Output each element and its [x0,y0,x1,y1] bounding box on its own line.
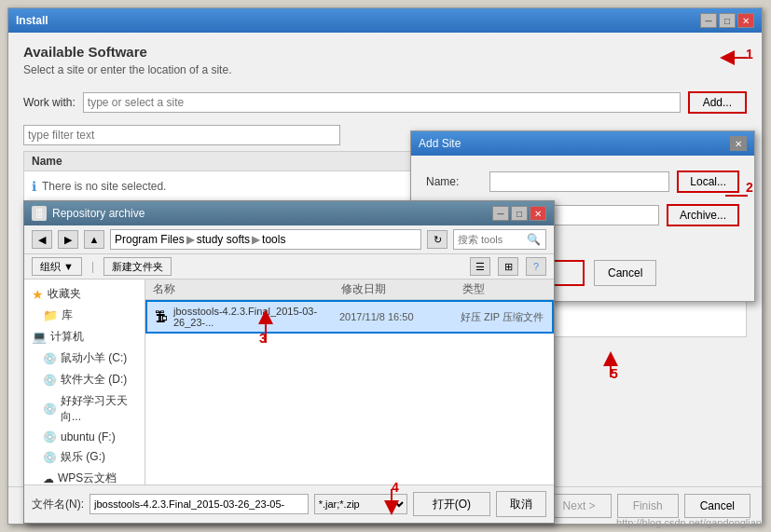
study-drive-icon: 💿 [43,402,57,416]
forward-btn[interactable]: ▶ [58,230,78,249]
up-btn[interactable]: ▲ [84,230,104,249]
sidebar-library[interactable]: 📁 库 [24,305,145,326]
col-type: 类型 [462,281,546,297]
repo-close-btn[interactable]: ✕ [530,206,546,221]
work-with-label: Work with: [23,96,76,109]
repo-sidebar: ★ 收藏夹 📁 库 💻 计算机 💿 鼠动小羊 (C:) 💿 软件大全 (D:) … [24,280,145,484]
repo-actions: 组织 ▼ | 新建文件夹 ☰ ⊞ ? [24,254,554,280]
close-btn[interactable]: ✕ [737,13,754,28]
folder-icon: 📁 [43,308,58,322]
help-btn[interactable]: ? [526,257,546,276]
watermark: http://blog.csdn.net/gandonglian [616,517,762,528]
view-toggle-2[interactable]: ⊞ [498,257,518,276]
sidebar-label-library: 库 [62,307,73,323]
maximize-btn[interactable]: □ [719,13,736,28]
filetype-select[interactable]: *.jar;*.zip [314,494,407,514]
repo-titlebar: 🗄 Repository archive ─ □ ✕ [24,201,554,225]
repo-toolbar: ◀ ▶ ▲ Program Files ▶ study softs ▶ tool… [24,225,554,254]
cancel-footer-button[interactable]: Cancel [684,494,750,518]
finish-button[interactable]: Finish [617,494,679,518]
window-controls: ─ □ ✕ [700,13,754,28]
sep2: ▶ [252,233,260,246]
sidebar-label-favorites: 收藏夹 [48,286,81,302]
local-button[interactable]: Local... [677,171,739,193]
install-title: Install [16,14,48,27]
refresh-area: ↻ [427,230,447,249]
next-button[interactable]: Next > [547,494,612,518]
add-site-title: Add Site [419,137,461,150]
refresh-btn[interactable]: ↻ [427,230,447,249]
g-drive-icon: 💿 [43,451,57,464]
repo-controls: ─ □ ✕ [492,206,546,221]
repo-icon: 🗄 [32,206,47,221]
sidebar-label-c: 鼠动小羊 (C:) [61,350,127,366]
breadcrumb-item-2: study softs [197,233,250,246]
sidebar-g-drive[interactable]: 💿 娱乐 (G:) [24,446,145,468]
cancel-dialog-button[interactable]: Cancel [594,260,656,286]
repo-body: ★ 收藏夹 📁 库 💻 计算机 💿 鼠动小羊 (C:) 💿 软件大全 (D:) … [24,280,554,484]
back-btn[interactable]: ◀ [32,230,52,249]
repo-title-left: 🗄 Repository archive [32,206,145,221]
available-software-title: Available Software [23,44,747,60]
breadcrumb-item-3: tools [262,233,285,246]
repo-min-btn[interactable]: ─ [492,206,509,221]
filename-label: 文件名(N): [32,497,84,512]
sep1: ▶ [186,233,195,246]
ubuntu-icon: 💿 [43,430,57,443]
computer-icon: 💻 [32,330,47,344]
name-input[interactable] [489,171,669,192]
sidebar-study-drive[interactable]: 💿 好好学习天天向... [24,390,145,428]
install-titlebar: Install ─ □ ✕ [8,8,762,33]
sidebar-favorites[interactable]: ★ 收藏夹 [24,283,145,305]
organize-btn[interactable]: 组织 ▼ [32,257,82,276]
sidebar-label-ubuntu: ubuntu (F:) [61,430,116,443]
repo-dialog: 🗄 Repository archive ─ □ ✕ ◀ ▶ ▲ Program… [23,200,555,524]
col-date: 修改日期 [341,281,462,297]
col-filename: 名称 [153,281,341,297]
sidebar-d-drive[interactable]: 💿 软件大全 (D:) [24,369,145,390]
repo-title: Repository archive [52,207,145,220]
search-box: 🔍 [453,229,546,250]
sidebar-label-d: 软件大全 (D:) [61,372,127,388]
minimize-btn[interactable]: ─ [700,13,717,28]
install-subtitle: Select a site or enter the location of a… [23,63,747,76]
open-button[interactable]: 打开(O) [413,492,490,516]
sidebar-label-computer: 计算机 [50,329,84,345]
add-button[interactable]: Add... [688,91,747,114]
work-with-row: Work with: Add... [23,91,747,114]
repo-max-btn[interactable]: □ [511,206,528,221]
filter-input[interactable] [23,125,340,145]
wps-icon: ☁ [43,472,54,485]
action-sep: | [91,260,94,273]
no-site-message: There is no site selected. [42,180,166,193]
sidebar-wps[interactable]: ☁ WPS云文档 [24,468,145,484]
breadcrumb-bar[interactable]: Program Files ▶ study softs ▶ tools [110,229,421,250]
new-folder-btn[interactable]: 新建文件夹 [103,257,172,276]
sidebar-c-drive[interactable]: 💿 鼠动小羊 (C:) [24,348,145,369]
sidebar-label-study: 好好学习天天向... [61,393,137,425]
file-name: jbosstools-4.2.3.Final_2015-03-26_23-... [173,306,339,328]
name-row: Name: Local... [426,171,739,193]
search-icon: 🔍 [527,233,541,246]
repo-footer: 文件名(N): *.jar;*.zip 打开(O) 取消 [24,484,554,523]
search-input[interactable] [458,234,523,245]
view-toggle-1[interactable]: ☰ [470,257,490,276]
filename-input[interactable] [89,494,309,514]
breadcrumb-item-1: Program Files [115,233,185,246]
star-icon: ★ [32,287,44,302]
sidebar-label-g: 娱乐 (G:) [61,449,105,465]
add-site-close[interactable]: ✕ [730,136,747,151]
file-type: 好压 ZIP 压缩文件 [461,310,544,324]
sidebar-label-wps: WPS云文档 [58,471,117,484]
add-site-titlebar: Add Site ✕ [411,131,754,156]
sidebar-ubuntu-drive[interactable]: 💿 ubuntu (F:) [24,428,145,446]
cancel-repo-button[interactable]: 取消 [496,491,546,517]
file-list-header: 名称 修改日期 类型 [145,280,554,300]
sidebar-computer[interactable]: 💻 计算机 [24,326,145,348]
file-item-jboss[interactable]: 🗜 jbosstools-4.2.3.Final_2015-03-26_23-.… [145,300,554,334]
file-date: 2017/11/8 16:50 [339,311,461,322]
d-drive-icon: 💿 [43,374,57,387]
archive-button[interactable]: Archive... [667,204,739,226]
c-drive-icon: 💿 [43,352,57,365]
work-with-input[interactable] [83,92,681,113]
